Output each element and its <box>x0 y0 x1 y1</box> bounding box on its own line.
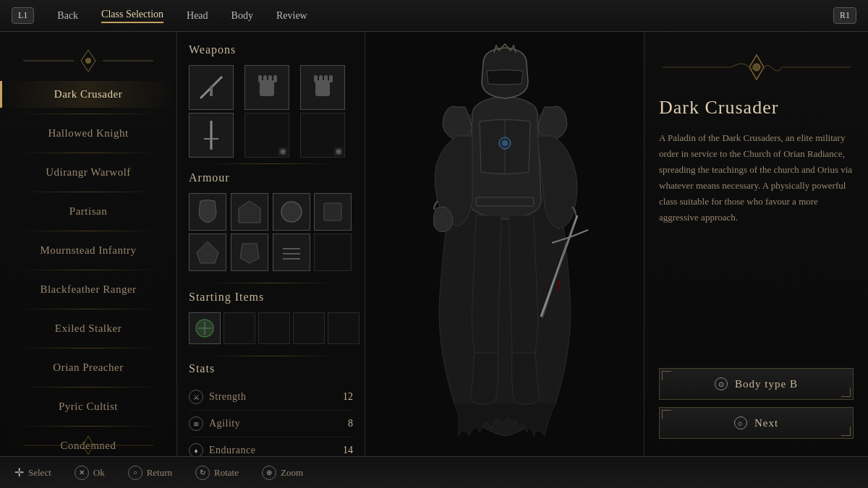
stat-name-endurance: Endurance <box>209 445 333 456</box>
ok-action: ✕ Ok <box>75 466 105 480</box>
stick-rotate-icon: ↻ <box>195 466 210 480</box>
dpad-icon: ✛ <box>14 466 24 479</box>
svg-point-21 <box>281 202 302 222</box>
character-figure <box>396 42 613 447</box>
class-divider-8 <box>17 426 158 427</box>
character-silhouette <box>365 32 644 456</box>
head-nav[interactable]: Head <box>187 10 208 22</box>
weapon-slot-0[interactable] <box>189 65 234 110</box>
armour-slot-2[interactable] <box>273 193 310 231</box>
class-divider-0 <box>17 114 158 114</box>
right-panel-ornament <box>659 49 854 85</box>
divider-2 <box>205 283 337 283</box>
weapons-grid: ⊕⊕ <box>189 65 353 158</box>
panel-ornament-top <box>23 46 153 75</box>
return-label: Return <box>147 467 172 479</box>
class-name-title: Dark Crusader <box>659 97 854 119</box>
class-item-exiled-stalker[interactable]: Exiled Stalker <box>0 315 176 342</box>
class-divider-2 <box>17 192 158 192</box>
weapon-slot-2[interactable] <box>300 65 345 110</box>
svg-rect-14 <box>314 75 318 82</box>
next-button[interactable]: ⌽ Next <box>659 407 854 439</box>
stats-section: Stats ⚔Strength12≋Agility8♦Endurance14◈V… <box>189 362 353 456</box>
zoom-action: ⊕ Zoom <box>262 466 303 480</box>
class-divider-6 <box>17 348 158 348</box>
armour-slot-4[interactable] <box>189 234 226 271</box>
weapon-slot-1[interactable] <box>244 65 289 110</box>
class-list-panel: Dark CrusaderHallowed KnightUdirangr War… <box>0 32 177 456</box>
starting-item-slot-4[interactable] <box>328 312 359 344</box>
svg-rect-37 <box>476 197 534 206</box>
review-nav[interactable]: Review <box>276 10 307 22</box>
body-nav[interactable]: Body <box>231 10 253 22</box>
stat-icon-agility: ≋ <box>189 416 203 431</box>
class-divider-5 <box>17 309 158 309</box>
armour-slot-1[interactable] <box>231 193 268 231</box>
weapons-title: Weapons <box>189 43 353 56</box>
stat-value-agility: 8 <box>339 418 353 429</box>
svg-rect-12 <box>273 75 277 82</box>
select-action: ✛ Select <box>14 466 51 479</box>
bottom-bar: ✛ Select ✕ Ok ○ Return ↻ Rotate ⊕ Zoom <box>0 456 868 488</box>
top-navigation: L1 Back Class Selection Head Body Review… <box>0 0 868 32</box>
stat-row-agility: ≋Agility8 <box>189 411 353 437</box>
armour-slot-6[interactable] <box>273 234 310 271</box>
select-label: Select <box>28 467 51 479</box>
svg-rect-16 <box>324 75 328 82</box>
armour-slot-7[interactable] <box>314 234 352 271</box>
class-list: Dark CrusaderHallowed KnightUdirangr War… <box>0 81 176 459</box>
armour-slot-5[interactable] <box>231 234 268 271</box>
armour-slot-0[interactable] <box>189 193 226 231</box>
divider-1 <box>205 163 337 164</box>
stats-title: Stats <box>189 362 353 375</box>
body-type-button[interactable]: ⊙ Body type B <box>659 368 854 400</box>
rotate-label: Rotate <box>214 467 239 479</box>
class-item-partisan[interactable]: Partisan <box>0 198 176 225</box>
class-description-text: A Paladin of the Dark Crusaders, an elit… <box>659 130 854 368</box>
stat-value-strength: 12 <box>339 391 353 403</box>
armour-title: Armour <box>189 171 353 184</box>
x-button-icon: ✕ <box>75 466 89 480</box>
rotate-action: ↻ Rotate <box>195 466 239 480</box>
class-item-blackfeather-ranger[interactable]: Blackfeather Ranger <box>0 276 176 303</box>
svg-point-2 <box>85 58 91 64</box>
starting-item-slot-0[interactable] <box>189 312 221 344</box>
r1-button[interactable]: R1 <box>833 7 856 24</box>
weapon-slot-5[interactable]: ⊕ <box>300 113 345 158</box>
starting-item-slot-1[interactable] <box>224 312 255 344</box>
starting-item-slot-2[interactable] <box>258 312 290 344</box>
starting-item-slot-3[interactable] <box>293 312 325 344</box>
stat-name-agility: Agility <box>209 418 333 429</box>
weapon-slot-3[interactable] <box>189 113 234 158</box>
class-selection-nav[interactable]: Class Selection <box>101 9 163 23</box>
class-item-dark-crusader[interactable]: Dark Crusader <box>0 81 176 108</box>
panel-ornament-bottom <box>23 435 153 456</box>
class-item-mournstead-infantry[interactable]: Mournstead Infantry <box>0 237 176 264</box>
class-divider-3 <box>17 231 158 231</box>
weapon-slot-4[interactable]: ⊕ <box>244 113 289 158</box>
svg-rect-11 <box>268 75 272 82</box>
stat-icon-endurance: ♦ <box>189 443 203 456</box>
stats-list: ⚔Strength12≋Agility8♦Endurance14◈Vitalit… <box>189 384 353 456</box>
main-layout: Dark CrusaderHallowed KnightUdirangr War… <box>0 32 868 456</box>
class-item-hallowed-knight[interactable]: Hallowed Knight <box>0 120 176 147</box>
class-item-orian-preacher[interactable]: Orian Preacher <box>0 354 176 381</box>
divider-3 <box>205 356 337 356</box>
body-type-icon: ⊙ <box>715 377 728 390</box>
back-nav[interactable]: Back <box>57 10 78 22</box>
circle-icon: ○ <box>128 466 142 480</box>
stick-zoom-icon: ⊕ <box>262 466 276 480</box>
class-divider-4 <box>17 270 158 270</box>
next-icon: ⌽ <box>734 416 747 429</box>
stat-icon-strength: ⚔ <box>189 390 203 404</box>
class-divider-7 <box>17 387 158 388</box>
svg-rect-9 <box>258 75 262 82</box>
class-item-pyric-cultist[interactable]: Pyric Cultist <box>0 393 176 420</box>
class-item-udirangr-warwolf[interactable]: Udirangr Warwolf <box>0 159 176 186</box>
svg-rect-22 <box>324 203 341 221</box>
svg-rect-10 <box>263 75 267 82</box>
class-divider-1 <box>17 153 158 153</box>
l1-button[interactable]: L1 <box>12 7 34 24</box>
stat-name-strength: Strength <box>209 391 333 403</box>
armour-slot-3[interactable] <box>314 193 352 231</box>
